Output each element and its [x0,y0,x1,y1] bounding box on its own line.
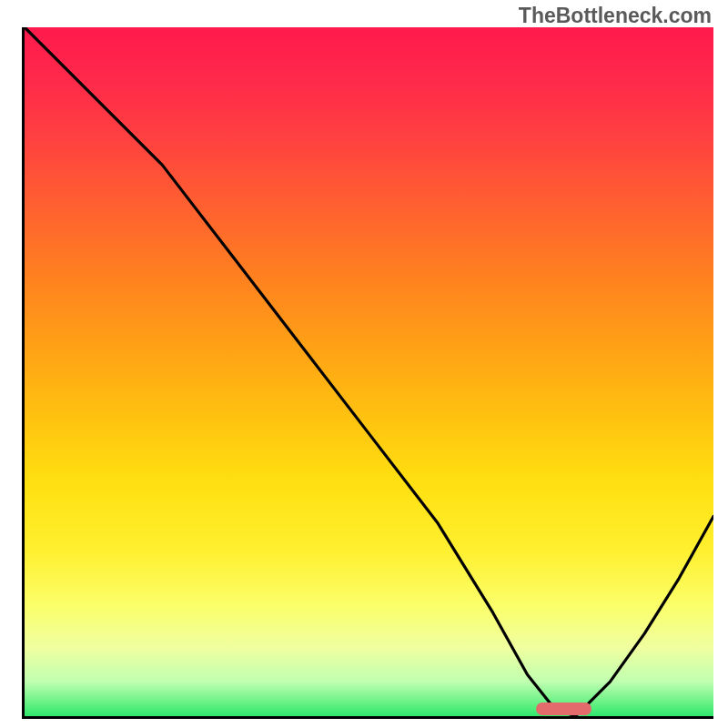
highlight-marker [536,703,592,715]
watermark-text: TheBottleneck.com [519,4,712,28]
chart-plot-area [22,27,713,719]
background-gradient [25,27,713,716]
